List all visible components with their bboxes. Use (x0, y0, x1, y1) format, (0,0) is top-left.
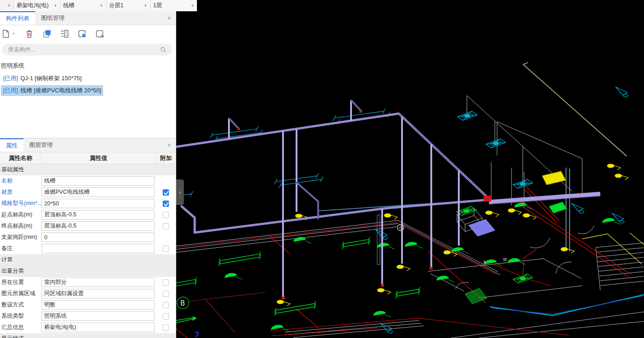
property-value-input[interactable] (41, 289, 155, 298)
property-row: 起点标高(m) (0, 209, 176, 220)
property-row: 汇总信息 (0, 322, 176, 333)
chevron-down-icon: ▼ (7, 4, 11, 8)
toolbar-dropdown-4[interactable]: 1层▼ (151, 0, 197, 11)
property-value-input[interactable] (41, 233, 155, 242)
chevron-down-icon: ▼ (144, 4, 147, 8)
component-tree: 照明系统 [已用]QJ-1 [钢制桥架 150*75][已用]线槽 [难燃PVC… (0, 56, 176, 96)
toolbar-dropdown-0[interactable]: ▼ (0, 0, 14, 11)
property-value-input[interactable] (41, 278, 155, 287)
canvas-label: 7 (195, 331, 199, 338)
component-tabbar: 构件列表 图纸管理 × (0, 11, 176, 25)
property-value-input[interactable] (41, 199, 155, 208)
property-value-input[interactable] (41, 210, 155, 219)
search-icon[interactable] (160, 46, 167, 53)
attach-checkbox[interactable] (163, 246, 169, 252)
property-name: 敷设方式 (0, 301, 41, 309)
delete-icon[interactable] (24, 28, 35, 39)
property-section: 基础属性 (0, 164, 176, 175)
canvas-label: B (180, 299, 185, 307)
component-toolbar: ▾ (0, 25, 176, 42)
property-value-input[interactable] (41, 176, 155, 186)
property-name: 图元所属区域 (0, 290, 41, 297)
property-name: 材质 (0, 188, 41, 196)
property-row: 规格型号(mm*... (0, 198, 176, 209)
tree-group-lighting-system[interactable]: 照明系统 (1, 61, 176, 72)
attach-checkbox[interactable] (163, 279, 169, 286)
attach-checkbox[interactable] (163, 201, 169, 207)
left-panel: 构件列表 图纸管理 × ▾ 照明系统 [已用]QJ-1 [钢制桥架 150*75… (0, 11, 176, 338)
tab-layer-management[interactable]: 图层管理 (23, 138, 59, 152)
property-row: 名称 (0, 175, 176, 187)
tree-item-label: QJ-1 [钢制桥架 150*75] (20, 75, 82, 82)
property-name: 名称 (0, 177, 41, 185)
chevron-down-icon: ▼ (100, 4, 103, 8)
column-property-name: 属性名称 (0, 152, 41, 164)
property-row: 图元所属区域 (0, 288, 176, 299)
tab-drawing-management[interactable]: 图纸管理 (35, 11, 70, 25)
attach-checkbox[interactable] (163, 302, 169, 308)
attach-checkbox[interactable] (163, 291, 169, 297)
property-name: 终点标高(m) (0, 222, 41, 230)
export-component-icon[interactable] (94, 28, 105, 39)
property-value-input[interactable] (41, 187, 155, 197)
toolbar-dropdown-1[interactable]: 桥架电沟(电)▼ (14, 0, 60, 11)
property-name: 所在位置 (0, 279, 41, 286)
attach-checkbox[interactable] (163, 189, 169, 196)
chevron-down-icon: ▼ (191, 4, 194, 8)
property-name: 汇总信息 (0, 324, 41, 331)
properties-rows: 基础属性名称材质规格型号(mm*...起点标高(m)终点标高(m)支架间距(mm… (0, 164, 176, 338)
new-component-dropdown-icon[interactable]: ▾ (13, 32, 17, 36)
tree-item[interactable]: [已用]QJ-1 [钢制桥架 150*75] (1, 73, 84, 84)
properties-panel: 属性 图层管理 × 属性名称 属性值 附加 基础属性名称材质规格型号(mm*..… (0, 138, 176, 338)
attach-checkbox[interactable] (163, 324, 169, 331)
canvas-label: G (399, 226, 402, 230)
batch-select-icon[interactable] (59, 28, 70, 39)
property-section: 出量分类 (0, 265, 176, 277)
new-component-icon[interactable] (0, 28, 11, 39)
chevron-down-icon: ▼ (54, 4, 57, 8)
used-tag: [已用] (3, 87, 18, 94)
copy-component-icon[interactable] (41, 28, 52, 39)
property-row: 系统类型 (0, 311, 176, 322)
property-row: 敷设方式 (0, 299, 176, 311)
property-value-input[interactable] (41, 311, 155, 321)
property-value-input[interactable] (41, 221, 155, 231)
property-value-input[interactable] (41, 244, 155, 253)
top-toolbar: ▼桥架电沟(电)▼线槽▼分层1▼1层▼ (0, 0, 197, 11)
property-row: 材质 (0, 187, 176, 198)
panel-collapse-handle[interactable]: ‹ (176, 179, 184, 205)
close-icon[interactable]: × (167, 14, 171, 21)
property-value-input[interactable] (41, 300, 155, 310)
search-input[interactable] (7, 46, 160, 53)
property-row: 所在位置 (0, 277, 176, 288)
property-section: 显示样式 (0, 333, 176, 338)
column-property-value: 属性值 (41, 152, 156, 164)
tab-properties[interactable]: 属性 (0, 138, 23, 152)
attach-checkbox[interactable] (163, 223, 169, 229)
tree-item[interactable]: [已用]线槽 [难燃PVC电线线槽 20*50] (1, 85, 103, 96)
used-tag: [已用] (3, 75, 18, 82)
property-name: 备注 (0, 245, 41, 252)
property-row: 终点标高(m) (0, 220, 176, 232)
toolbar-dropdown-2[interactable]: 线槽▼ (60, 0, 106, 11)
properties-tabbar: 属性 图层管理 × (0, 138, 176, 152)
search-box (2, 44, 172, 55)
property-section: 计算 (0, 254, 176, 265)
property-name: 规格型号(mm*... (0, 200, 41, 207)
tree-item-label: 线槽 [难燃PVC电线线槽 20*50] (20, 87, 101, 94)
toolbar-dropdown-3[interactable]: 分层1▼ (106, 0, 151, 11)
column-attach: 附加 (156, 152, 176, 164)
canvas-label: W (503, 257, 507, 262)
property-name: 起点标高(m) (0, 211, 41, 219)
property-value-input[interactable] (41, 323, 155, 332)
canvas-label: X (483, 260, 486, 265)
property-row: 备注 (0, 243, 176, 254)
tab-component-list[interactable]: 构件列表 (0, 11, 35, 25)
properties-header: 属性名称 属性值 附加 (0, 152, 176, 164)
save-component-icon[interactable] (77, 28, 87, 39)
property-name: 系统类型 (0, 312, 41, 320)
attach-checkbox[interactable] (163, 313, 169, 320)
property-row: 支架间距(mm) (0, 232, 176, 243)
attach-checkbox[interactable] (163, 212, 169, 218)
close-icon[interactable]: × (167, 142, 171, 148)
